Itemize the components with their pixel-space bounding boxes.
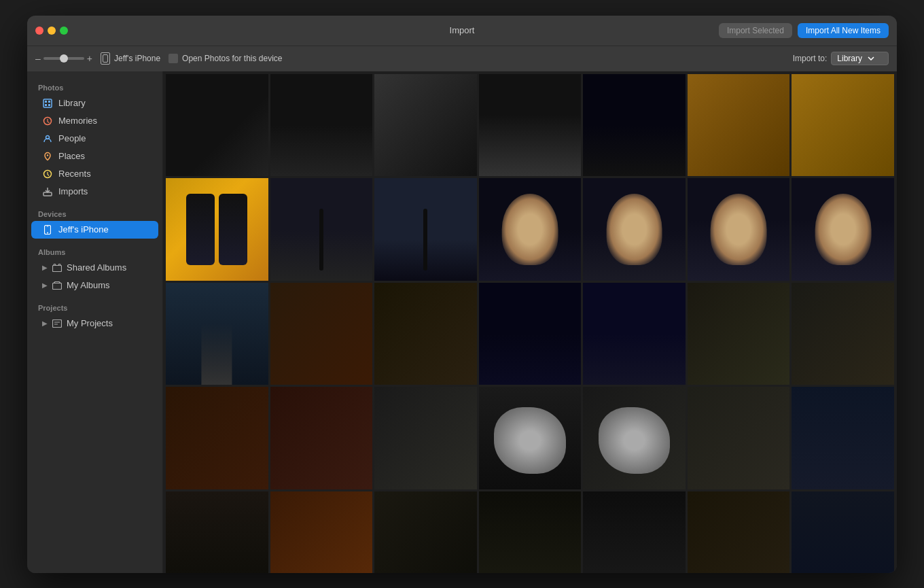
library-icon (42, 98, 53, 109)
photo-thumb[interactable] (166, 74, 268, 177)
photo-grid (166, 74, 894, 573)
photo-thumb[interactable] (583, 74, 686, 177)
open-photos-checkbox[interactable] (168, 54, 178, 63)
svg-rect-4 (45, 104, 47, 106)
sidebar-item-imports[interactable]: Imports (31, 183, 158, 201)
svg-point-13 (47, 232, 48, 233)
photo-thumb[interactable] (792, 178, 894, 281)
zoom-plus-icon[interactable]: + (87, 53, 92, 64)
sidebar-item-memories[interactable]: Memories (31, 112, 158, 130)
albums-section-label: Albums (27, 244, 162, 259)
photo-thumb[interactable] (374, 283, 477, 385)
import-to-control: Import to: Library (793, 52, 889, 65)
imports-label: Imports (58, 186, 88, 196)
photo-thumb[interactable] (374, 491, 477, 573)
my-albums-label: My Albums (67, 280, 110, 290)
photo-thumb[interactable] (166, 178, 268, 281)
sidebar-item-people[interactable]: People (31, 130, 158, 148)
import-all-button[interactable]: Import All New Items (798, 23, 889, 38)
titlebar-actions: Import Selected Import All New Items (719, 23, 889, 38)
sidebar-item-places[interactable]: Places (31, 148, 158, 165)
main-content: Photos Library Memories People (27, 71, 897, 573)
svg-rect-16 (53, 319, 62, 327)
my-albums-icon (52, 280, 63, 291)
device-name: Jeff's iPhone (114, 54, 160, 63)
photo-thumb[interactable] (792, 74, 894, 177)
photo-thumb[interactable] (270, 491, 373, 573)
open-photos-toggle[interactable]: Open Photos for this device (168, 54, 282, 63)
photo-thumb[interactable] (583, 178, 686, 281)
photo-thumb[interactable] (374, 387, 477, 489)
minimize-button[interactable] (48, 27, 56, 35)
photo-thumb[interactable] (270, 74, 373, 177)
zoom-minus-icon[interactable]: – (35, 53, 41, 64)
svg-point-8 (47, 154, 48, 156)
iphone-sidebar-icon (42, 224, 53, 235)
photo-thumb[interactable] (688, 74, 790, 177)
imports-icon (42, 186, 53, 197)
import-to-value: Library (837, 54, 862, 63)
photo-thumb[interactable] (792, 491, 894, 573)
jeffs-iphone-label: Jeff's iPhone (58, 224, 109, 235)
projects-section-label: Projects (27, 300, 162, 315)
photo-thumb[interactable] (374, 178, 477, 281)
sidebar-item-my-projects[interactable]: ▶ My Projects (31, 315, 158, 332)
library-label: Library (58, 98, 86, 108)
photo-thumb[interactable] (688, 283, 790, 385)
photo-thumb[interactable] (583, 491, 686, 573)
recents-label: Recents (58, 169, 91, 179)
shared-albums-icon (52, 262, 63, 273)
photo-thumb[interactable] (479, 283, 582, 385)
photo-thumb[interactable] (166, 387, 268, 489)
people-label: People (58, 133, 86, 143)
photo-thumb[interactable] (583, 283, 686, 385)
places-icon (42, 151, 53, 162)
sidebar-item-shared-albums[interactable]: ▶ Shared Albums (31, 259, 158, 277)
svg-rect-5 (48, 104, 50, 106)
photo-thumb[interactable] (374, 74, 477, 177)
photo-area[interactable] (163, 71, 897, 573)
photo-thumb[interactable] (688, 178, 790, 281)
photo-thumb[interactable] (792, 283, 894, 385)
photo-thumb[interactable] (792, 387, 894, 489)
photo-thumb[interactable] (270, 283, 373, 385)
chevron-right-icon-3: ▶ (42, 319, 48, 327)
photo-thumb[interactable] (479, 387, 582, 489)
photo-thumb[interactable] (583, 387, 686, 489)
sidebar-item-library[interactable]: Library (31, 94, 158, 112)
recents-icon (42, 169, 53, 179)
svg-rect-12 (47, 226, 49, 226)
photo-thumb[interactable] (270, 178, 373, 281)
titlebar: Import Import Selected Import All New It… (27, 16, 897, 46)
svg-rect-14 (53, 265, 62, 271)
photo-thumb[interactable] (479, 491, 582, 573)
sidebar-item-recents[interactable]: Recents (31, 165, 158, 183)
sidebar-item-my-albums[interactable]: ▶ My Albums (31, 277, 158, 294)
import-to-dropdown[interactable]: Library (831, 52, 889, 65)
sidebar-item-jeffs-iphone[interactable]: Jeff's iPhone (31, 221, 158, 239)
maximize-button[interactable] (60, 27, 68, 35)
zoom-thumb (60, 54, 68, 63)
close-button[interactable] (35, 27, 43, 35)
memories-label: Memories (58, 116, 97, 126)
import-selected-button[interactable]: Import Selected (719, 23, 792, 38)
chevron-right-icon: ▶ (42, 264, 48, 271)
svg-rect-0 (103, 55, 107, 63)
photo-thumb[interactable] (479, 178, 582, 281)
photo-thumb[interactable] (166, 283, 268, 385)
window-title: Import (450, 25, 475, 35)
photo-thumb[interactable] (479, 74, 582, 177)
places-label: Places (58, 151, 85, 161)
iphone-icon (101, 52, 110, 65)
photo-thumb[interactable] (270, 387, 373, 489)
import-to-label: Import to: (793, 54, 828, 63)
photo-thumb[interactable] (688, 491, 790, 573)
sidebar: Photos Library Memories People (27, 71, 163, 573)
device-info: Jeff's iPhone (101, 52, 160, 65)
svg-rect-2 (45, 101, 47, 103)
photo-thumb[interactable] (688, 387, 790, 489)
zoom-slider[interactable] (43, 57, 84, 60)
svg-rect-3 (48, 101, 50, 103)
my-projects-icon (52, 318, 63, 329)
photo-thumb[interactable] (166, 491, 268, 573)
